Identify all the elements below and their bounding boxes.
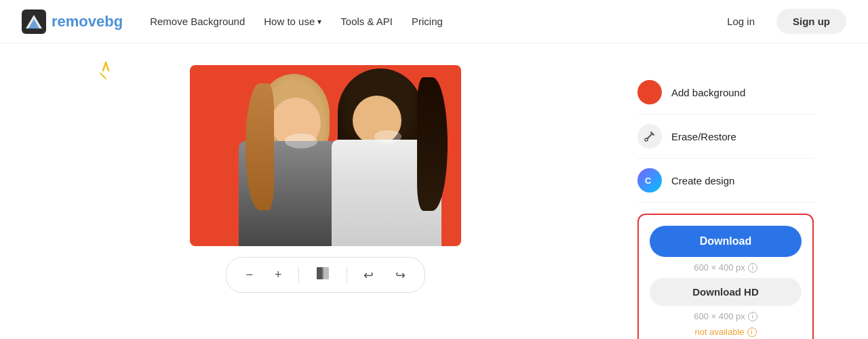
main-content: − + ↩ ↪ Add background bbox=[0, 43, 868, 339]
svg-point-12 bbox=[645, 138, 648, 141]
download-resolution: 600 × 400 px i bbox=[650, 262, 802, 273]
svg-text:C: C bbox=[645, 176, 652, 186]
image-toolbar: − + ↩ ↪ bbox=[226, 257, 425, 293]
create-design-label: Create design bbox=[671, 175, 734, 186]
signup-button[interactable]: Sign up bbox=[776, 9, 846, 34]
erase-restore-label: Erase/Restore bbox=[671, 131, 736, 142]
create-design-option[interactable]: C Create design bbox=[637, 159, 814, 203]
zoom-out-button[interactable]: − bbox=[240, 265, 258, 285]
svg-line-4 bbox=[106, 62, 108, 71]
svg-rect-6 bbox=[317, 267, 322, 279]
svg-rect-7 bbox=[323, 267, 329, 279]
not-available-label: not available i bbox=[650, 327, 802, 337]
undo-button[interactable]: ↩ bbox=[358, 265, 379, 285]
nav-actions: Log in Sign up bbox=[716, 9, 846, 34]
toolbar-divider-1 bbox=[298, 267, 299, 283]
login-button[interactable]: Log in bbox=[716, 10, 766, 33]
chevron-down-icon: ▾ bbox=[317, 17, 321, 26]
add-background-option[interactable]: Add background bbox=[637, 71, 814, 115]
download-hd-button[interactable]: Download HD bbox=[650, 278, 802, 306]
not-available-info-icon[interactable]: i bbox=[747, 327, 757, 337]
download-box: Download 600 × 400 px i Download HD 600 … bbox=[637, 214, 814, 339]
zoom-in-button[interactable]: + bbox=[269, 265, 288, 285]
svg-point-9 bbox=[643, 85, 656, 99]
image-scene bbox=[190, 65, 461, 246]
redo-button[interactable]: ↪ bbox=[390, 265, 411, 285]
nav-how-to-use[interactable]: How to use ▾ bbox=[264, 16, 321, 27]
create-design-icon: C bbox=[637, 168, 662, 193]
nav-tools-api[interactable]: Tools & API bbox=[340, 16, 393, 27]
logo-text: removebg bbox=[52, 13, 123, 31]
side-panel: Add background Erase/Restore C Create de… bbox=[637, 65, 814, 339]
add-background-label: Add background bbox=[671, 87, 745, 98]
add-background-icon bbox=[637, 80, 662, 104]
nav-pricing[interactable]: Pricing bbox=[412, 16, 443, 27]
toolbar-divider-2 bbox=[347, 267, 347, 283]
nav-remove-background[interactable]: Remove Background bbox=[150, 16, 245, 27]
download-info-icon[interactable]: i bbox=[748, 263, 757, 273]
logo[interactable]: removebg bbox=[22, 9, 123, 34]
nav-links: Remove Background How to use ▾ Tools & A… bbox=[150, 16, 716, 27]
compare-button[interactable] bbox=[310, 263, 336, 287]
download-hd-resolution: 600 × 400 px i bbox=[650, 311, 802, 321]
svg-line-5 bbox=[100, 73, 106, 79]
navbar: removebg Remove Background How to use ▾ … bbox=[0, 0, 868, 43]
download-button[interactable]: Download bbox=[650, 226, 802, 257]
image-area: − + ↩ ↪ bbox=[54, 65, 597, 293]
download-hd-info-icon[interactable]: i bbox=[748, 312, 757, 321]
erase-restore-option[interactable]: Erase/Restore bbox=[637, 115, 814, 159]
erase-restore-icon bbox=[637, 124, 662, 148]
sparkle-decoration bbox=[95, 60, 117, 84]
canvas-container[interactable] bbox=[190, 65, 461, 246]
